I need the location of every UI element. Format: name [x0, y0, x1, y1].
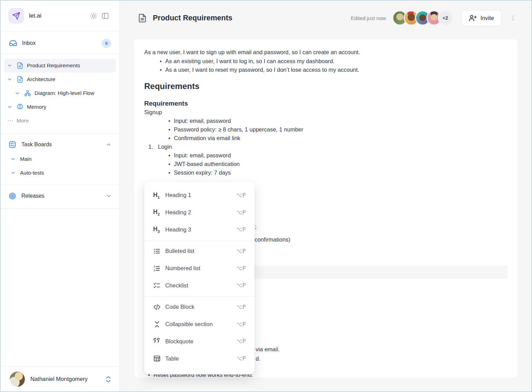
- avatar: [10, 372, 25, 387]
- invite-button[interactable]: Invite: [461, 10, 502, 26]
- list-item[interactable]: Input: email, password: [168, 151, 507, 160]
- menu-item-bulleted-list[interactable]: Bulleted list ⌥P: [144, 243, 255, 260]
- diagram-icon: [24, 90, 35, 97]
- main-area: Product Requirements Edited just now +2 …: [120, 1, 531, 391]
- shortcut-hint: ⌥P: [236, 282, 246, 288]
- heading-3[interactable]: Requirements: [144, 99, 507, 108]
- menu-item-heading-2[interactable]: H2 Heading 2 ⌥P: [144, 204, 255, 221]
- occluded-text-fragment: ;: [255, 223, 257, 231]
- menu-divider: [144, 296, 255, 296]
- menu-item-label: Blockquote: [165, 338, 194, 345]
- menu-item-label: Heading 2: [165, 209, 191, 216]
- bullet-list: As an existing user, I want to log in, s…: [144, 57, 507, 74]
- task-boards-section: Task Boards Main Auto-tests: [1, 134, 119, 185]
- svg-text:2: 2: [154, 269, 155, 271]
- ellipsis-icon: [7, 117, 17, 124]
- user-plus-icon: [469, 14, 477, 22]
- settings-button[interactable]: [88, 10, 99, 22]
- document-header: Product Requirements Edited just now +2 …: [120, 1, 531, 35]
- sidebar-item-task-boards[interactable]: Task Boards: [6, 137, 115, 152]
- user-menu[interactable]: Nathaniel Montgomery: [1, 366, 119, 391]
- list-item[interactable]: Password policy: ≥ 8 chars, 1 uppercase,…: [168, 125, 507, 134]
- menu-item-heading-3[interactable]: H3 Heading 3 ⌥P: [144, 221, 255, 238]
- document-content[interactable]: As a new user, I want to sign up with em…: [134, 39, 518, 177]
- sidebar-item-main-board[interactable]: Main: [6, 152, 115, 166]
- bullet-list: Input: email, password JWT-based authent…: [144, 151, 507, 177]
- chevron-down-icon[interactable]: [7, 77, 17, 82]
- sidebar-toggle-button[interactable]: [99, 10, 111, 22]
- shortcut-hint: ⌥P: [236, 226, 246, 233]
- list-item[interactable]: JWT-based authentication: [168, 160, 507, 168]
- menu-item-checklist[interactable]: Checklist ⌥P: [144, 277, 255, 294]
- block-type-menu: H1 Heading 1 ⌥P H2 Heading 2 ⌥P H3 Headi…: [144, 182, 255, 374]
- occluded-text-fragment: via email.: [256, 345, 280, 354]
- menu-item-collapsible-section[interactable]: Collapsible section ⌥P: [144, 316, 255, 333]
- paragraph[interactable]: Signup: [144, 108, 507, 117]
- menu-item-label: Table: [165, 355, 179, 362]
- sidebar-item-inbox[interactable]: Inbox 6: [6, 36, 115, 50]
- occluded-text-fragment: confirmations): [255, 235, 290, 244]
- numbered-list-item[interactable]: 1. Login: [144, 143, 507, 151]
- heading-2[interactable]: Requirements: [144, 81, 507, 92]
- menu-item-heading-1[interactable]: H1 Heading 1 ⌥P: [144, 187, 255, 204]
- menu-item-blockquote[interactable]: Blockquote ⌥P: [144, 333, 255, 350]
- shortcut-hint: ⌥P: [236, 304, 246, 310]
- sidebar-item-more[interactable]: More: [4, 114, 116, 128]
- app-window: let.ai Inbox 6: [1, 1, 531, 391]
- chevron-down-icon[interactable]: [106, 193, 112, 199]
- sidebar-item-releases[interactable]: Releases: [6, 188, 115, 204]
- list-item[interactable]: Input: email, password: [168, 117, 507, 125]
- pages-tree: Product Requirements Architecture Diagra: [1, 54, 119, 134]
- more-options-button[interactable]: [510, 14, 516, 22]
- list-item[interactable]: As an existing user, I want to log in, s…: [160, 57, 507, 66]
- document-icon: [138, 13, 147, 23]
- invite-label: Invite: [481, 15, 494, 21]
- chevron-down-icon[interactable]: [7, 104, 17, 110]
- table-icon: [153, 355, 162, 362]
- document-icon: [17, 62, 27, 69]
- sidebar-item-architecture[interactable]: Architecture: [4, 72, 116, 86]
- shortcut-hint: ⌥P: [236, 355, 246, 362]
- list-item[interactable]: Confirmation via email link: [168, 134, 507, 143]
- menu-item-label: Heading 3: [165, 226, 191, 233]
- menu-item-label: Numbered list: [165, 265, 200, 272]
- gear-icon: [90, 12, 98, 20]
- menu-item-code-block[interactable]: Code Block ⌥P: [144, 298, 255, 316]
- collaborator-avatars: +2: [392, 10, 453, 26]
- board-label: Main: [20, 156, 32, 162]
- menu-item-table[interactable]: Table ⌥P: [144, 350, 255, 367]
- menu-item-label: Heading 1: [165, 192, 191, 198]
- menu-item-label: Checklist: [165, 282, 188, 289]
- shortcut-hint: ⌥P: [236, 265, 246, 272]
- document-icon: [17, 76, 27, 83]
- board-label: Auto-tests: [20, 170, 44, 176]
- sidebar-item-memory[interactable]: Memory: [4, 100, 116, 114]
- bullet-list: Input: email, password Password policy: …: [144, 117, 507, 143]
- page-label: Diagram: High-level Flow: [35, 90, 94, 96]
- page-label: More: [17, 118, 29, 124]
- svg-text:1: 1: [154, 265, 155, 267]
- chevron-down-icon[interactable]: [10, 156, 20, 162]
- list-item[interactable]: As a user, I want to reset my password, …: [160, 66, 507, 74]
- sidebar-item-auto-tests-board[interactable]: Auto-tests: [6, 166, 115, 180]
- menu-item-label: Collapsible section: [165, 321, 213, 327]
- chevron-down-icon[interactable]: [7, 63, 17, 68]
- list-item[interactable]: Session expiry: 7 days: [168, 168, 507, 177]
- sidebar-item-product-requirements[interactable]: Product Requirements: [4, 59, 116, 72]
- menu-item-numbered-list[interactable]: 12 Numbered list ⌥P: [144, 260, 255, 277]
- releases-label: Releases: [21, 193, 106, 199]
- chevron-up-icon[interactable]: [106, 141, 112, 148]
- heading-2-icon: H2: [153, 208, 162, 216]
- shortcut-hint: ⌥P: [236, 192, 246, 198]
- chevron-down-icon[interactable]: [10, 170, 20, 176]
- bulleted-list-icon: [153, 247, 162, 255]
- header-actions: Edited just now +2 Invite: [351, 10, 516, 26]
- chevron-down-icon[interactable]: [14, 90, 24, 96]
- releases-section: Releases: [1, 185, 119, 209]
- sidebar-item-diagram-high-level-flow[interactable]: Diagram: High-level Flow: [4, 86, 116, 100]
- list-number: 1.: [148, 143, 158, 151]
- shortcut-hint: ⌥P: [236, 209, 246, 216]
- heading-3-icon: H3: [153, 226, 162, 234]
- menu-divider: [144, 240, 255, 241]
- paragraph[interactable]: As a new user, I want to sign up with em…: [144, 48, 507, 57]
